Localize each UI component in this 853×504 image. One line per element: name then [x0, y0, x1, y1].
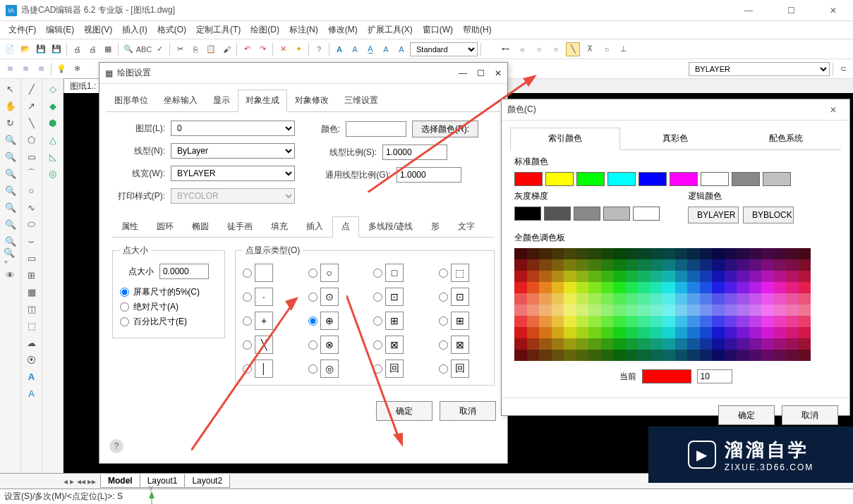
palette-cell[interactable] [761, 259, 774, 271]
bylayer-button[interactable]: BYLAYER [688, 207, 739, 223]
palette-cell[interactable] [737, 316, 749, 327]
palette-cell[interactable] [601, 293, 614, 305]
region-icon[interactable]: ◫ [25, 302, 39, 316]
palette-cell[interactable] [514, 305, 527, 316]
palette-cell[interactable] [700, 293, 713, 305]
polygon-icon[interactable]: ⬠ [25, 133, 39, 147]
palette-cell[interactable] [552, 338, 564, 350]
palette-cell[interactable] [576, 305, 589, 316]
palette-cell[interactable] [786, 259, 799, 271]
matchprop-icon[interactable]: 🖌 [219, 42, 234, 56]
pt-style-4[interactable]: · [255, 288, 273, 306]
palette-cell[interactable] [725, 305, 737, 316]
palette-cell[interactable] [774, 338, 787, 350]
copy-icon[interactable]: ⎘ [188, 42, 202, 56]
palette-cell[interactable] [638, 338, 651, 350]
palette-cell[interactable] [626, 338, 639, 350]
tab-objgen[interactable]: 对象生成 [238, 90, 287, 112]
pt-opt2-radio[interactable] [120, 302, 129, 312]
revcloud-icon[interactable]: ☁ [25, 336, 39, 350]
palette-cell[interactable] [576, 327, 589, 338]
palette-cell[interactable] [749, 248, 762, 259]
pt-style-13[interactable]: ⊗ [320, 336, 339, 354]
palette-cell[interactable] [539, 338, 552, 350]
palette-cell[interactable] [527, 350, 540, 361]
palette-cell[interactable] [700, 248, 713, 259]
open-icon[interactable]: 📂 [18, 42, 32, 56]
palette-cell[interactable] [799, 259, 811, 271]
palette-cell[interactable] [700, 259, 713, 271]
palette-cell[interactable] [588, 338, 601, 350]
pt-style-12[interactable]: ╳ [255, 336, 273, 354]
palette-cell[interactable] [638, 248, 651, 259]
point-icon[interactable]: ⦿ [25, 352, 39, 367]
palette-cell[interactable] [799, 305, 811, 316]
ellipse-icon[interactable]: ⬭ [25, 217, 39, 231]
menu-draw[interactable]: 绘图(D) [246, 23, 284, 37]
palette-cell[interactable] [761, 271, 774, 282]
pt-r9[interactable] [308, 316, 317, 326]
palette-cell[interactable] [638, 271, 651, 282]
pt-style-15[interactable]: ⊠ [451, 336, 469, 354]
pt-style-14[interactable]: ⊠ [385, 336, 404, 354]
palette-cell[interactable] [514, 282, 527, 293]
pt-r1[interactable] [308, 269, 317, 278]
palette-cell[interactable] [514, 259, 527, 271]
bylayer-combo[interactable]: BYLAYER [689, 62, 830, 76]
line-icon[interactable]: ╱ [25, 82, 39, 96]
pt-r12[interactable] [243, 340, 252, 350]
subtab-point[interactable]: 点 [332, 216, 359, 238]
palette-cell[interactable] [774, 248, 787, 259]
palette-cell[interactable] [564, 338, 576, 350]
arc-icon[interactable]: ⌒ [25, 166, 39, 180]
palette-cell[interactable] [725, 282, 737, 293]
help-icon[interactable]: ? [312, 42, 326, 56]
palette-cell[interactable] [786, 293, 799, 305]
snap-perp-icon[interactable]: ⊼ [583, 42, 597, 56]
std-color-swatch[interactable] [639, 172, 667, 186]
palette-cell[interactable] [663, 248, 675, 259]
std-color-swatch[interactable] [670, 172, 698, 186]
gray-color-swatch[interactable] [633, 207, 660, 221]
palette-cell[interactable] [527, 259, 540, 271]
palette-cell[interactable] [675, 282, 688, 293]
palette-cell[interactable] [588, 259, 601, 271]
palette-cell[interactable] [514, 248, 527, 259]
palette-cell[interactable] [749, 316, 762, 327]
palette-cell[interactable] [613, 350, 626, 361]
palette-cell[interactable] [663, 350, 675, 361]
pt-r3[interactable] [439, 269, 448, 278]
palette-cell[interactable] [564, 271, 576, 282]
palette-cell[interactable] [651, 316, 663, 327]
menu-help[interactable]: 帮助(H) [459, 23, 496, 37]
palette-cell[interactable] [601, 350, 614, 361]
palette-cell[interactable] [638, 259, 651, 271]
zoom-all-icon[interactable]: 🔍 [4, 217, 18, 231]
palette-cell[interactable] [576, 282, 589, 293]
subtab-donut[interactable]: 圆环 [147, 216, 183, 237]
palette-cell[interactable] [761, 293, 774, 305]
std-color-swatch[interactable] [607, 172, 636, 186]
orbit-icon[interactable]: ↻ [4, 116, 18, 130]
palette-cell[interactable] [725, 316, 737, 327]
palette-cell[interactable] [749, 305, 762, 316]
layer-mgr-icon[interactable]: ≋ [3, 62, 17, 76]
dlg-max-icon[interactable]: ☐ [477, 68, 485, 78]
pt-r18[interactable] [373, 364, 382, 374]
palette-cell[interactable] [725, 259, 737, 271]
maximize-button[interactable]: ☐ [777, 6, 805, 16]
paste-icon[interactable]: 📋 [204, 42, 218, 56]
palette-cell[interactable] [552, 282, 564, 293]
palette-cell[interactable] [675, 248, 688, 259]
palette-cell[interactable] [786, 271, 799, 282]
palette-cell[interactable] [725, 338, 737, 350]
tab-3d[interactable]: 三维设置 [337, 90, 386, 111]
pt-style-5[interactable]: ⊙ [320, 288, 339, 306]
palette-cell[interactable] [675, 259, 688, 271]
dlg-help-icon[interactable]: ? [109, 439, 123, 453]
palette-cell[interactable] [576, 338, 589, 350]
xline-icon[interactable]: ↗ [25, 99, 39, 113]
palette-cell[interactable] [712, 271, 725, 282]
palette-cell[interactable] [576, 259, 589, 271]
cone-icon[interactable]: △ [46, 133, 60, 147]
